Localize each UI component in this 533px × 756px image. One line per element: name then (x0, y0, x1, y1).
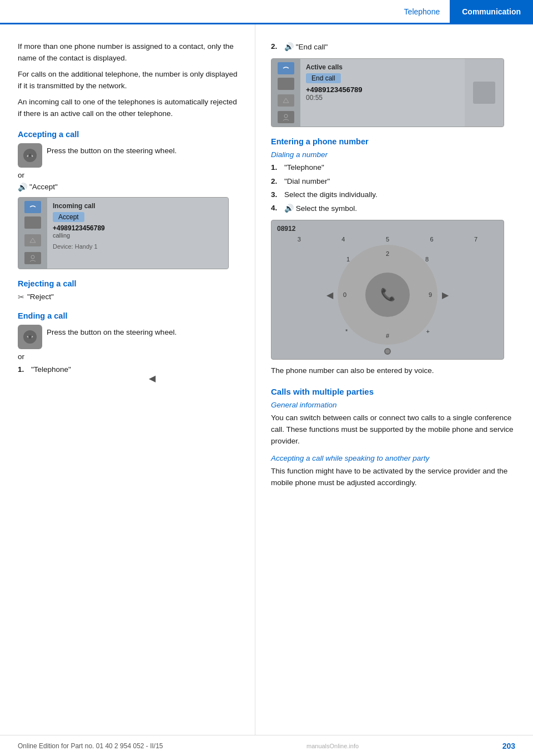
dialpad-nav-left[interactable]: ◀ (326, 290, 333, 300)
multiple-parties-title: Calls with multiple parties (271, 387, 517, 396)
end-call-step-2: 2. 🔊 "End call" (271, 41, 517, 53)
active-icon-1 (278, 62, 294, 74)
active-icon-bottom (278, 111, 294, 123)
accepting-title: Accepting a call (18, 130, 239, 139)
steering-wheel-accept-button (18, 143, 42, 168)
voice-icon-dial: 🔊 (284, 204, 294, 213)
incoming-main-content: Incoming call Accept +4989123456789 call… (47, 198, 228, 269)
rejecting-title: Rejecting a call (18, 279, 239, 288)
active-duration: 00:55 (306, 94, 459, 102)
dialing-step-4-text: Select the symbol. (296, 204, 357, 213)
active-main-content: Active calls End call +4989123456789 00:… (300, 59, 465, 127)
footer-copyright: Online Edition for Part no. 01 40 2 954 … (18, 742, 163, 750)
svg-rect-6 (280, 64, 291, 72)
intro-text-1: If more than one phone number is assigne… (18, 41, 239, 64)
general-info-subtitle: General information (271, 401, 517, 409)
incoming-sidebar (18, 198, 47, 269)
dialpad-num-7: 7 (474, 236, 477, 243)
intro-text-3: An incoming call to one of the telephone… (18, 97, 239, 120)
dialing-step-2: 2. "Dial number" (271, 176, 517, 187)
accepting-instruction-row: Press the button on the steering wheel. (18, 143, 239, 168)
incoming-icon-active (24, 201, 41, 213)
active-right-panel (465, 59, 504, 127)
dialpad-label-0: 0 (343, 291, 346, 298)
incoming-icon-2 (24, 216, 41, 229)
active-icon-3 (278, 94, 294, 107)
dialpad-num-5: 5 (386, 236, 389, 243)
dialpad-screen: 08912 3 4 5 6 7 2 8 + # * 1 (271, 220, 504, 360)
main-content: If more than one phone number is assigne… (0, 24, 533, 735)
incoming-device: Device: Handy 1 (53, 243, 223, 250)
steering-wheel-end-button (18, 325, 42, 349)
footer-watermark: manualsOnline.info (306, 743, 359, 749)
svg-point-1 (28, 154, 32, 157)
active-right-icon (473, 82, 495, 104)
dialpad-num-4: 4 (341, 236, 345, 243)
dialpad-outer-ring[interactable]: 2 8 + # * 1 9 0 📞 ◀ ▶ (338, 245, 438, 345)
end-call-btn[interactable]: End call (306, 73, 341, 83)
dialing-step-1-num: 1. (271, 162, 280, 173)
dialpad-circle-container: 2 8 + # * 1 9 0 📞 ◀ ▶ (338, 245, 438, 345)
header-telephone: Telephone (394, 0, 450, 23)
dialpad-num-6: 6 (430, 236, 434, 243)
ending-step-1-num: 1. (18, 364, 27, 375)
step2-num: 2. (271, 41, 280, 52)
dialing-steps-list: 1. "Telephone" 2. "Dial number" 3. Selec… (271, 162, 517, 214)
incoming-number: +4989123456789 (53, 224, 223, 232)
page-footer: Online Edition for Part no. 01 40 2 954 … (0, 735, 533, 756)
accepting-while-subtitle: Accepting a call while speaking to anoth… (271, 454, 517, 462)
incoming-call-title: Incoming call (53, 202, 223, 210)
incoming-icon-bottom (24, 252, 41, 264)
dialing-step-4: 4. 🔊 Select the symbol. (271, 203, 517, 214)
reject-voice-text: "Reject" (27, 293, 54, 301)
ending-step-1-text: "Telephone" (31, 364, 71, 375)
svg-point-7 (284, 114, 288, 118)
dialpad-label-hash: # (386, 332, 389, 339)
voice-icon-end: 🔊 (284, 42, 294, 51)
incoming-accept-btn[interactable]: Accept (53, 212, 84, 222)
svg-point-5 (28, 335, 32, 339)
dialpad-label-plus: + (426, 328, 430, 335)
intro-text-2: For calls on the additional telephone, t… (18, 69, 239, 92)
ending-title: Ending a call (18, 311, 239, 320)
or-label: or (18, 171, 239, 179)
right-column: 2. 🔊 "End call" (255, 24, 533, 735)
dialpad-phone-icon: 📞 (380, 288, 395, 302)
active-icon-2 (278, 78, 294, 90)
dialpad-label-8: 8 (425, 256, 429, 263)
scissors-icon: ✂ (18, 293, 24, 301)
ending-step-1: 1. "Telephone" (18, 364, 239, 375)
dialpad-center-dot (384, 348, 391, 355)
accept-voice-text: "Accept" (29, 183, 58, 191)
dialpad-inner-circle[interactable]: 📞 (365, 273, 410, 317)
reject-voice-command: ✂ "Reject" (18, 293, 239, 301)
dialing-step-2-num: 2. (271, 176, 280, 187)
dialing-step-3-text: Select the digits individually. (284, 189, 378, 200)
general-info-text: You can switch between calls or connect … (271, 412, 517, 447)
incoming-call-screen: Incoming call Accept +4989123456789 call… (18, 197, 229, 269)
footer-page-number: 203 (502, 742, 515, 750)
dialpad-top-numbers: 3 4 5 6 7 (277, 236, 498, 243)
dialpad-num-3: 3 (298, 236, 301, 243)
voice-icon-accept: 🔊 (18, 183, 27, 191)
dialing-step-1: 1. "Telephone" (271, 162, 517, 173)
dialpad-nav-dot (277, 348, 498, 355)
phone-number-voice-text: The phone number can also be entered by … (271, 365, 517, 377)
dialpad-label-9: 9 (429, 291, 432, 298)
dialpad-label-2: 2 (386, 250, 389, 257)
header-communication: Communication (450, 0, 533, 23)
dialing-step-4-num: 4. (271, 203, 280, 214)
incoming-icon-3 (24, 234, 41, 246)
dialpad-label-1: 1 (346, 256, 350, 263)
dialpad-label-star: * (345, 328, 348, 335)
ending-instruction-text: Press the button on the steering wheel. (47, 325, 177, 339)
dialing-subtitle: Dialing a number (271, 150, 517, 159)
svg-point-3 (31, 255, 34, 259)
ending-steps-list: 1. "Telephone" (18, 364, 239, 375)
accept-voice-command: 🔊 "Accept" (18, 183, 239, 191)
dialpad-nav-right[interactable]: ▶ (442, 290, 449, 300)
page-header: Telephone Communication (0, 0, 533, 24)
active-calls-screen: Active calls End call +4989123456789 00:… (271, 58, 504, 127)
dialing-step-1-text: "Telephone" (284, 162, 324, 173)
entering-phone-title: Entering a phone number (271, 137, 517, 146)
